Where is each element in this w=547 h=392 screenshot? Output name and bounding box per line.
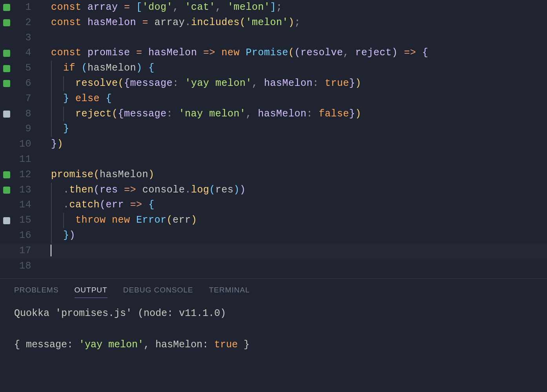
coverage-marker xyxy=(0,19,13,26)
line-number: 18 xyxy=(13,259,34,274)
output-line: Quokka 'promises.js' (node: v11.1.0) xyxy=(14,306,533,321)
coverage-marker xyxy=(0,111,13,118)
code-line[interactable]: 12promise(hasMelon) xyxy=(0,167,547,183)
tab-output[interactable]: OUTPUT xyxy=(75,286,108,298)
line-number: 4 xyxy=(13,45,34,61)
code-content[interactable]: } xyxy=(34,122,69,137)
code-line[interactable]: 5 if (hasMelon) { xyxy=(0,61,547,76)
code-content[interactable]: const hasMelon = array.includes('melon')… xyxy=(34,15,301,31)
code-line[interactable]: 17 xyxy=(0,243,547,259)
panel-tabs: PROBLEMS OUTPUT DEBUG CONSOLE TERMINAL xyxy=(0,279,547,302)
code-content[interactable]: const promise = hasMelon => new Promise(… xyxy=(34,45,428,61)
code-line[interactable]: 16 }) xyxy=(0,228,547,243)
code-content[interactable]: }) xyxy=(34,228,75,243)
code-content[interactable] xyxy=(34,243,51,259)
line-number: 10 xyxy=(13,137,34,152)
code-content[interactable]: throw new Error(err) xyxy=(34,213,197,228)
code-content[interactable]: if (hasMelon) { xyxy=(34,61,155,76)
code-line[interactable]: 8 reject({message: 'nay melon', hasMelon… xyxy=(0,107,547,122)
code-line[interactable]: 13 .then(res => console.log(res)) xyxy=(0,183,547,198)
line-number: 6 xyxy=(13,76,34,91)
tab-debug-console[interactable]: DEBUG CONSOLE xyxy=(123,286,193,298)
coverage-marker xyxy=(0,4,13,11)
code-content[interactable]: resolve({message: 'yay melon', hasMelon:… xyxy=(34,76,361,91)
code-editor[interactable]: 1const array = ['dog', 'cat', 'melon'];2… xyxy=(0,0,547,274)
line-number: 5 xyxy=(13,61,34,76)
code-content[interactable]: promise(hasMelon) xyxy=(34,167,155,183)
code-line[interactable]: 10}) xyxy=(0,137,547,152)
code-content[interactable]: .catch(err => { xyxy=(34,198,155,213)
code-line[interactable]: 3 xyxy=(0,31,547,46)
tab-terminal[interactable]: TERMINAL xyxy=(209,286,250,298)
coverage-marker xyxy=(0,171,13,178)
line-number: 16 xyxy=(13,228,34,243)
line-number: 8 xyxy=(13,107,34,122)
coverage-marker xyxy=(0,187,13,194)
code-line[interactable]: 2const hasMelon = array.includes('melon'… xyxy=(0,15,547,31)
line-number: 14 xyxy=(13,198,34,213)
code-content[interactable]: } else { xyxy=(34,91,112,107)
output-panel[interactable]: Quokka 'promises.js' (node: v11.1.0) { m… xyxy=(0,302,547,353)
coverage-marker xyxy=(0,80,13,87)
line-number: 2 xyxy=(13,15,34,31)
output-line: { message: 'yay melon', hasMelon: true } xyxy=(14,337,533,353)
line-number: 17 xyxy=(13,243,34,259)
code-content[interactable]: reject({message: 'nay melon', hasMelon: … xyxy=(34,107,361,122)
line-number: 15 xyxy=(13,213,34,228)
code-line[interactable]: 1const array = ['dog', 'cat', 'melon']; xyxy=(0,0,547,15)
code-line[interactable]: 15 throw new Error(err) xyxy=(0,213,547,228)
code-line[interactable]: 9 } xyxy=(0,122,547,137)
coverage-marker xyxy=(0,65,13,72)
line-number: 1 xyxy=(13,0,34,15)
line-number: 12 xyxy=(13,167,34,183)
coverage-marker xyxy=(0,50,13,57)
code-line[interactable]: 14 .catch(err => { xyxy=(0,198,547,213)
code-line[interactable]: 11 xyxy=(0,152,547,167)
code-content[interactable]: const array = ['dog', 'cat', 'melon']; xyxy=(34,0,282,15)
line-number: 9 xyxy=(13,122,34,137)
code-line[interactable]: 18 xyxy=(0,259,547,274)
line-number: 13 xyxy=(13,183,34,198)
code-line[interactable]: 6 resolve({message: 'yay melon', hasMelo… xyxy=(0,76,547,91)
bottom-panel: PROBLEMS OUTPUT DEBUG CONSOLE TERMINAL Q… xyxy=(0,278,547,353)
code-content[interactable]: .then(res => console.log(res)) xyxy=(34,183,246,198)
code-content[interactable]: }) xyxy=(34,137,63,152)
code-line[interactable]: 4const promise = hasMelon => new Promise… xyxy=(0,45,547,61)
line-number: 7 xyxy=(13,91,34,107)
line-number: 3 xyxy=(13,31,34,46)
tab-problems[interactable]: PROBLEMS xyxy=(14,286,59,298)
text-cursor xyxy=(51,245,51,256)
line-number: 11 xyxy=(13,152,34,167)
code-line[interactable]: 7 } else { xyxy=(0,91,547,107)
coverage-marker xyxy=(0,217,13,224)
output-line xyxy=(14,321,533,337)
